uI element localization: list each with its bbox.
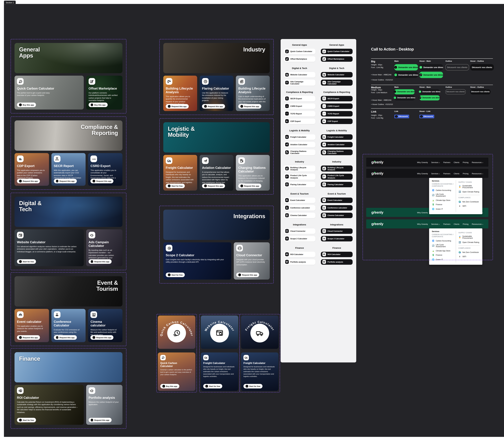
app-item-product-life-cycle-analysis[interactable]: Product Life Cycle Analysis xyxy=(284,174,315,180)
card-cta-button[interactable]: →Request this app xyxy=(166,104,189,109)
card-cta-button[interactable]: →Request this app xyxy=(91,179,113,183)
app-item-cinema-calculator[interactable]: Cinema Calculator xyxy=(321,213,352,218)
dropdown-item-green-it[interactable]: 🌐Green IT xyxy=(432,258,454,261)
card-cta-button[interactable]: →Request this app xyxy=(54,335,77,340)
nav-item-ressources[interactable]: Ressources∨ xyxy=(472,172,483,174)
card-cta-button[interactable]: →Request this app xyxy=(238,104,261,109)
card-cta-button[interactable]: →Start for free xyxy=(203,384,222,389)
section-badge[interactable]: Section 1 xyxy=(4,0,16,4)
dropdown-item-sustainable-procurement[interactable]: 🏅Sustainable Procurement xyxy=(458,185,480,189)
app-item-tcfd-report[interactable]: TCFDTCFD Report xyxy=(284,111,315,116)
card-cta-button[interactable]: →Buy this app xyxy=(160,384,179,389)
demo-button-hover-main[interactable]: ↗Demander une démo xyxy=(419,89,440,94)
app-item-conference-calculator[interactable]: Conference calculator xyxy=(284,205,315,210)
app-item-ads-campaign-calculator[interactable]: Ads Campaign Calculator xyxy=(321,79,352,85)
card-cta-button[interactable]: →Request this app xyxy=(89,259,111,264)
card-cta-button[interactable]: →Request this app xyxy=(238,184,261,188)
app-item-freight-calculator[interactable]: Freight Calculator xyxy=(321,134,352,140)
nav-item-ressources[interactable]: Ressources∨ xyxy=(472,223,483,225)
demo-button-hover-main-alt[interactable]: ↗Demander une démo xyxy=(419,95,440,100)
greenly-logo[interactable]: greenly xyxy=(371,222,383,226)
demo-button-main[interactable]: →Demander une démo xyxy=(394,64,418,70)
card-cta-button[interactable]: →Buy this app xyxy=(17,102,36,107)
clients-button-hover-outline[interactable]: Découvrir nos clients xyxy=(470,89,490,94)
link-decouvrir[interactable]: →Découvrir xyxy=(394,115,409,118)
card-cta-button[interactable]: →Request this app xyxy=(202,104,225,109)
app-item-freight-calculator[interactable]: Freight Calculator xyxy=(284,134,315,140)
nav-item-why-greenly[interactable]: Why Greenly xyxy=(417,211,428,214)
dropdown-item-finance[interactable]: 💲Finance xyxy=(432,204,454,206)
nav-item-ressources[interactable]: Ressources∨ xyxy=(472,161,483,163)
card-cta-button[interactable]: →Request this app xyxy=(54,179,77,183)
app-item-secr-export[interactable]: SECR Export xyxy=(284,96,315,101)
nav-item-partners[interactable]: Partners xyxy=(443,223,450,225)
nav-item-services[interactable]: Services∨ xyxy=(431,172,440,174)
nav-item-partners[interactable]: Partners xyxy=(443,172,450,174)
nav-item-why-greenly[interactable]: Why Greenly xyxy=(417,172,428,174)
card-cta-button[interactable]: →Buy this app xyxy=(89,102,107,107)
dropdown-item-finance[interactable]: 💲Finance xyxy=(432,254,454,256)
app-item-cloud-connector[interactable]: Cloud Connector xyxy=(284,228,315,234)
app-item-quick-carbon-calculator[interactable]: Quick Carbon Calculator xyxy=(321,49,352,54)
card-cta-button[interactable]: →Request this app xyxy=(17,335,40,340)
nav-item-services[interactable]: Services∨ xyxy=(431,223,440,225)
card-cta-button[interactable]: →Request this app xyxy=(236,272,259,277)
app-item-offset-marketplace[interactable]: Offset Marketplace xyxy=(321,56,352,62)
link-decouvrir-hover[interactable]: →Découvrir xyxy=(419,115,434,118)
app-item-scope-2-calculator[interactable]: Scope 2 Calculator xyxy=(321,236,352,241)
nav-item-why-greenly[interactable]: Why Greenly xyxy=(417,161,428,163)
dropdown-item-carbon-accounting[interactable]: 🌀Carbon Accounting xyxy=(432,189,454,191)
app-item-event-calculator[interactable]: Event Calculator xyxy=(284,197,315,203)
app-item-cinema-calculator[interactable]: Cinema Calculator xyxy=(284,213,315,218)
app-item-scope-2-calculator[interactable]: Scope 2 Calculator xyxy=(284,236,315,241)
card-cta-button[interactable]: →Start for free xyxy=(166,272,185,277)
card-cta-button[interactable]: →Start for free xyxy=(17,418,36,423)
dropdown-item-carbon-accounting[interactable]: 🌀Carbon Accounting xyxy=(432,239,454,242)
app-item-portfolio-analysis[interactable]: Portfolio analysis xyxy=(321,259,352,265)
app-item-secr-export[interactable]: SECR Export xyxy=(321,96,352,101)
nav-item-pricing[interactable]: Pricing xyxy=(463,172,469,174)
app-item-aviation-calculator[interactable]: Aviation Calculator xyxy=(284,142,315,147)
app-item-charging-stations-calculator[interactable]: Charging Stations Calculator xyxy=(284,149,315,155)
demo-button-hover-main[interactable]: ↗Demander une démo xyxy=(419,64,443,70)
card-cta-button[interactable]: →Start for free xyxy=(166,184,185,188)
app-item-csrd-export[interactable]: CSRDCSRD Export xyxy=(321,103,352,109)
app-item-cloud-connector[interactable]: Cloud Connector xyxy=(321,228,352,234)
app-item-cdp-export[interactable]: CDP Export xyxy=(284,119,315,124)
dropdown-item-open-climate-rating[interactable]: 🔤Open Climate Rating xyxy=(458,190,480,193)
dropdown-item-net-zero-contributor[interactable]: 🌍Net Zero Contributor xyxy=(458,251,480,253)
greenly-logo[interactable]: greenly xyxy=(371,211,383,214)
app-item-tcfd-report[interactable]: TCFDTCFD Report xyxy=(321,111,352,116)
nav-item-why-greenly[interactable]: Why Greenly xyxy=(417,223,428,225)
dropdown-item-climate-app-store[interactable]: 🍃Climate App Store xyxy=(432,250,454,252)
app-item-csrd-export[interactable]: CSRDCSRD Export xyxy=(284,103,315,109)
clients-button-outline[interactable]: Découvrir nos clients xyxy=(445,64,469,70)
app-item-aviation-calculator[interactable]: Aviation Calculator xyxy=(321,142,352,147)
nav-item-pricing[interactable]: Pricing xyxy=(463,223,469,225)
app-item-portfolio-analysis[interactable]: Portfolio analysis xyxy=(284,259,315,265)
clients-button-outline[interactable]: Découvrir nos clients xyxy=(445,89,466,94)
app-item-product-life-cycle-analysis[interactable]: Product Life Cycle Analysis xyxy=(321,174,352,180)
card-cta-button[interactable]: →Request this app xyxy=(17,179,40,183)
app-item-website-calculator[interactable]: Website Calculator xyxy=(321,72,352,78)
demo-button-hover-main-alt[interactable]: ↗Demander une démo xyxy=(419,72,443,78)
app-item-quick-carbon-calculator[interactable]: Quick Carbon Calculator xyxy=(284,49,315,54)
app-item-event-calculator[interactable]: Event Calculator xyxy=(321,197,352,203)
demo-button-main[interactable]: →Demander une démo xyxy=(394,89,415,94)
card-cta-button[interactable]: →Request this app xyxy=(91,335,113,340)
card-cta-button[interactable]: →Request this app xyxy=(89,418,111,423)
app-item-offset-marketplace[interactable]: Offset Marketplace xyxy=(284,56,315,62)
app-item-flaring-calculator[interactable]: Flaring Calculator xyxy=(284,182,315,187)
demo-button-main-alt[interactable]: →Demander une démo xyxy=(394,72,418,78)
app-item-roi-calculator[interactable]: ROI Calculator xyxy=(284,252,315,257)
dropdown-item-life-cycle-assessment[interactable]: 🔄Life Cycle Assessment xyxy=(432,193,454,197)
nav-item-clients[interactable]: Clients xyxy=(454,223,459,225)
app-item-building-lifecycle-analysis[interactable]: Building Lifecycle Analysis xyxy=(321,166,352,172)
demo-button-main-alt[interactable]: →Demander une démo xyxy=(394,95,415,100)
app-item-conference-calculator[interactable]: Conference calculator xyxy=(321,205,352,210)
dropdown-item-sustainable-procurement[interactable]: 🏅Sustainable Procurement xyxy=(458,236,480,239)
app-item-website-calculator[interactable]: Website Calculator xyxy=(284,72,315,78)
dropdown-item-climate-app-store[interactable]: 🍃Climate App Store xyxy=(432,199,454,201)
app-item-building-lifecycle-analysis[interactable]: Building Lifecycle Analysis xyxy=(284,166,315,172)
greenly-logo[interactable]: greenly xyxy=(371,172,383,175)
